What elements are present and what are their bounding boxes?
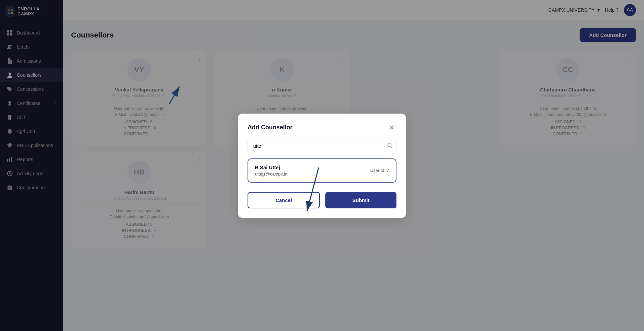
modal-overlay: Add Counsellor ✕ B Sai Uttej uttej1@camp… <box>0 0 644 331</box>
submit-button[interactable]: Submit <box>325 192 396 208</box>
search-box <box>248 139 396 153</box>
result-email: uttej1@campx.in <box>255 172 287 177</box>
cancel-button[interactable]: Cancel <box>248 192 320 208</box>
modal-footer: Cancel Submit <box>248 192 396 208</box>
svg-line-15 <box>391 146 392 148</box>
modal-close-button[interactable]: ✕ <box>387 123 396 132</box>
result-name: B Sai Uttej <box>255 164 287 170</box>
result-user-id: User Id: 7 <box>370 168 389 173</box>
add-counsellor-modal: Add Counsellor ✕ B Sai Uttej uttej1@camp… <box>238 114 406 218</box>
result-left: B Sai Uttej uttej1@campx.in <box>255 164 287 177</box>
search-button[interactable] <box>387 143 392 149</box>
modal-title: Add Counsellor <box>248 124 292 131</box>
search-result-item[interactable]: B Sai Uttej uttej1@campx.in User Id: 7 <box>248 158 396 183</box>
counsellor-search-input[interactable] <box>248 139 396 153</box>
modal-header: Add Counsellor ✕ <box>248 123 396 132</box>
